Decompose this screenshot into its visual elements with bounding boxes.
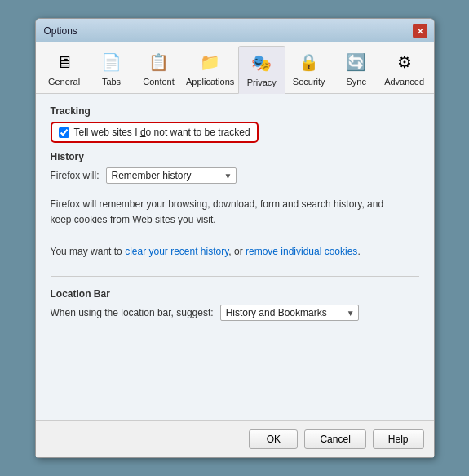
security-icon: 🔒 bbox=[296, 49, 322, 75]
tab-general[interactable]: 🖥 General bbox=[41, 46, 88, 93]
tab-applications[interactable]: 📁 Applications bbox=[183, 46, 238, 93]
tab-security[interactable]: 🔒 Security bbox=[285, 46, 333, 93]
location-label: When using the location bar, suggest: bbox=[51, 307, 214, 318]
remove-cookies-link[interactable]: remove individual cookies bbox=[246, 246, 357, 257]
location-title: Location Bar bbox=[51, 288, 419, 300]
help-button[interactable]: Help bbox=[373, 429, 424, 449]
tab-privacy-label: Privacy bbox=[247, 78, 277, 87]
general-icon: 🖥 bbox=[51, 49, 77, 75]
history-dropdown-wrap: Remember history Never remember history … bbox=[106, 167, 237, 184]
location-section: Location Bar When using the location bar… bbox=[51, 276, 419, 321]
underline-d: d bbox=[140, 127, 146, 138]
tab-tabs[interactable]: 📄 Tabs bbox=[88, 46, 135, 93]
tracking-title: Tracking bbox=[51, 105, 419, 117]
location-dropdown-wrap: History and Bookmarks History Bookmarks … bbox=[220, 305, 359, 321]
history-section: History Firefox will: Remember history N… bbox=[51, 151, 419, 184]
content-icon: 📋 bbox=[146, 49, 172, 75]
advanced-icon: ⚙ bbox=[392, 49, 418, 75]
clear-history-link[interactable]: clear your recent history bbox=[125, 246, 228, 257]
main-content: Tracking Tell web sites I do not want to… bbox=[36, 94, 434, 420]
tab-advanced-label: Advanced bbox=[384, 77, 424, 87]
tab-content[interactable]: 📋 Content bbox=[135, 46, 183, 93]
tracking-section: Tracking Tell web sites I do not want to… bbox=[51, 105, 419, 143]
history-dropdown[interactable]: Remember history Never remember history … bbox=[106, 167, 237, 184]
privacy-icon: 🎭 bbox=[249, 50, 275, 76]
location-dropdown[interactable]: History and Bookmarks History Bookmarks … bbox=[220, 305, 359, 321]
cancel-button[interactable]: Cancel bbox=[304, 429, 365, 449]
tab-applications-label: Applications bbox=[186, 77, 234, 87]
tabs-icon: 📄 bbox=[99, 49, 125, 75]
tab-sync-label: Sync bbox=[346, 77, 365, 87]
history-title: History bbox=[51, 151, 419, 162]
tracking-checkbox[interactable] bbox=[59, 127, 69, 138]
options-window: Options ✕ 🖥 General 📄 Tabs 📋 Content 📁 A… bbox=[35, 18, 435, 458]
description-line1: Firefox will remember your browsing, dow… bbox=[51, 197, 419, 228]
location-row: When using the location bar, suggest: Hi… bbox=[51, 305, 419, 321]
tab-content-label: Content bbox=[143, 77, 175, 87]
titlebar: Options ✕ bbox=[36, 19, 434, 42]
history-row: Firefox will: Remember history Never rem… bbox=[51, 167, 419, 184]
description-line2: You may want to clear your recent histor… bbox=[51, 244, 419, 260]
sync-icon: 🔄 bbox=[343, 49, 369, 75]
window-title: Options bbox=[44, 25, 77, 37]
close-button[interactable]: ✕ bbox=[413, 24, 427, 38]
ok-button[interactable]: OK bbox=[249, 429, 298, 449]
tab-privacy[interactable]: 🎭 Privacy bbox=[238, 46, 285, 94]
applications-icon: 📁 bbox=[197, 49, 223, 75]
button-bar: OK Cancel Help bbox=[36, 420, 434, 457]
tracking-label: Tell web sites I do not want to be track… bbox=[74, 127, 250, 138]
tab-toolbar: 🖥 General 📄 Tabs 📋 Content 📁 Application… bbox=[36, 42, 434, 94]
tab-general-label: General bbox=[48, 77, 80, 87]
tracking-checkbox-row: Tell web sites I do not want to be track… bbox=[51, 122, 259, 143]
tab-advanced[interactable]: ⚙ Advanced bbox=[380, 46, 429, 93]
tab-sync[interactable]: 🔄 Sync bbox=[333, 46, 380, 93]
tab-security-label: Security bbox=[293, 77, 325, 87]
tab-tabs-label: Tabs bbox=[102, 77, 121, 87]
firefox-will-label: Firefox will: bbox=[51, 170, 100, 181]
close-icon: ✕ bbox=[417, 27, 423, 36]
description-box: Firefox will remember your browsing, dow… bbox=[51, 197, 419, 260]
